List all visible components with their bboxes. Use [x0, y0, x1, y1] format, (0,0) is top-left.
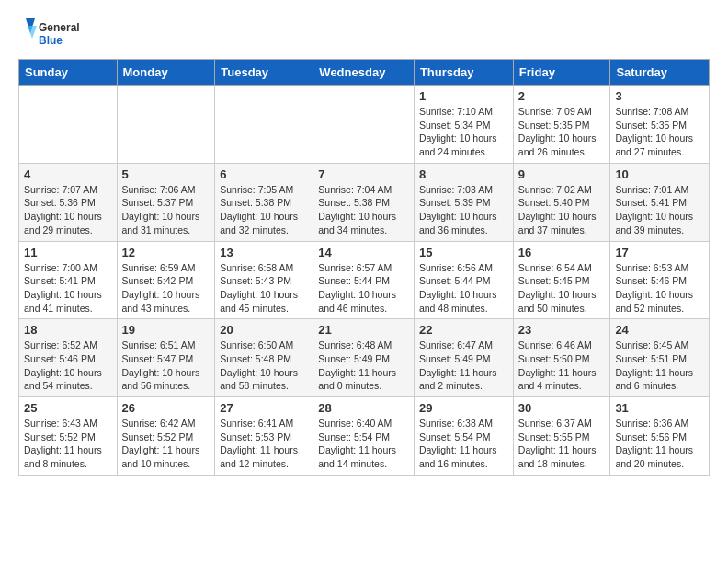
calendar-week-5: 25Sunrise: 6:43 AMSunset: 5:52 PMDayligh… — [19, 397, 710, 476]
calendar-cell: 15Sunrise: 6:56 AMSunset: 5:44 PMDayligh… — [414, 241, 513, 319]
day-number: 24 — [615, 323, 704, 337]
day-number: 20 — [220, 323, 308, 337]
day-number: 23 — [518, 323, 606, 337]
svg-text:Blue: Blue — [39, 34, 63, 47]
day-content: Sunrise: 6:43 AMSunset: 5:52 PMDaylight:… — [24, 417, 112, 471]
calendar-week-2: 4Sunrise: 7:07 AMSunset: 5:36 PMDaylight… — [19, 163, 710, 241]
header-saturday: Saturday — [610, 60, 710, 86]
day-content: Sunrise: 6:38 AMSunset: 5:54 PMDaylight:… — [419, 417, 508, 471]
day-number: 10 — [615, 167, 704, 181]
logo: General Blue — [18, 15, 101, 52]
header-tuesday: Tuesday — [215, 60, 313, 86]
calendar-cell: 16Sunrise: 6:54 AMSunset: 5:45 PMDayligh… — [513, 241, 610, 319]
calendar-cell: 7Sunrise: 7:04 AMSunset: 5:38 PMDaylight… — [313, 163, 415, 241]
calendar-cell: 3Sunrise: 7:08 AMSunset: 5:35 PMDaylight… — [610, 86, 710, 164]
day-number: 9 — [518, 167, 606, 181]
calendar-cell: 6Sunrise: 7:05 AMSunset: 5:38 PMDaylight… — [215, 163, 313, 241]
day-number: 29 — [419, 401, 508, 415]
day-number: 5 — [122, 167, 210, 181]
day-content: Sunrise: 6:56 AMSunset: 5:44 PMDaylight:… — [419, 261, 508, 316]
day-number: 8 — [419, 167, 508, 181]
day-content: Sunrise: 6:36 AMSunset: 5:56 PMDaylight:… — [615, 417, 704, 471]
calendar-cell: 22Sunrise: 6:47 AMSunset: 5:49 PMDayligh… — [414, 319, 513, 397]
day-content: Sunrise: 6:37 AMSunset: 5:55 PMDaylight:… — [518, 417, 606, 471]
day-content: Sunrise: 6:48 AMSunset: 5:49 PMDaylight:… — [318, 339, 409, 393]
day-number: 14 — [318, 246, 409, 259]
calendar-cell: 13Sunrise: 6:58 AMSunset: 5:43 PMDayligh… — [215, 241, 313, 319]
day-content: Sunrise: 7:09 AMSunset: 5:35 PMDaylight:… — [518, 105, 606, 159]
day-content: Sunrise: 6:47 AMSunset: 5:49 PMDaylight:… — [419, 339, 508, 393]
calendar-cell: 26Sunrise: 6:42 AMSunset: 5:52 PMDayligh… — [117, 397, 215, 476]
day-number: 6 — [220, 167, 308, 181]
calendar-cell: 10Sunrise: 7:01 AMSunset: 5:41 PMDayligh… — [610, 163, 710, 241]
header-thursday: Thursday — [414, 60, 513, 86]
day-content: Sunrise: 7:05 AMSunset: 5:38 PMDaylight:… — [220, 183, 308, 237]
day-content: Sunrise: 7:03 AMSunset: 5:39 PMDaylight:… — [419, 183, 508, 237]
day-number: 1 — [419, 89, 508, 103]
day-number: 25 — [24, 401, 112, 415]
day-content: Sunrise: 7:08 AMSunset: 5:35 PMDaylight:… — [615, 105, 704, 159]
header-wednesday: Wednesday — [313, 60, 415, 86]
calendar-table: SundayMondayTuesdayWednesdayThursdayFrid… — [18, 59, 710, 476]
day-number: 21 — [318, 323, 409, 337]
header-sunday: Sunday — [19, 60, 118, 86]
calendar-week-4: 18Sunrise: 6:52 AMSunset: 5:46 PMDayligh… — [19, 319, 710, 397]
day-content: Sunrise: 6:57 AMSunset: 5:44 PMDaylight:… — [318, 261, 409, 316]
calendar-cell — [215, 86, 313, 164]
day-content: Sunrise: 6:52 AMSunset: 5:46 PMDaylight:… — [24, 339, 112, 393]
day-number: 30 — [518, 401, 606, 415]
calendar-cell: 19Sunrise: 6:51 AMSunset: 5:47 PMDayligh… — [117, 319, 215, 397]
day-number: 2 — [518, 89, 606, 103]
calendar-cell: 2Sunrise: 7:09 AMSunset: 5:35 PMDaylight… — [513, 86, 610, 164]
day-number: 7 — [318, 167, 409, 181]
calendar-cell — [19, 86, 118, 164]
day-number: 26 — [122, 401, 210, 415]
day-content: Sunrise: 6:46 AMSunset: 5:50 PMDaylight:… — [518, 339, 606, 393]
calendar-week-1: 1Sunrise: 7:10 AMSunset: 5:34 PMDaylight… — [19, 86, 710, 164]
header-monday: Monday — [117, 60, 215, 86]
day-content: Sunrise: 6:50 AMSunset: 5:48 PMDaylight:… — [220, 339, 308, 393]
calendar-cell: 27Sunrise: 6:41 AMSunset: 5:53 PMDayligh… — [215, 397, 313, 476]
day-content: Sunrise: 6:45 AMSunset: 5:51 PMDaylight:… — [615, 339, 704, 393]
day-content: Sunrise: 7:07 AMSunset: 5:36 PMDaylight:… — [24, 183, 112, 237]
day-number: 11 — [24, 246, 112, 259]
day-content: Sunrise: 7:01 AMSunset: 5:41 PMDaylight:… — [615, 183, 704, 237]
day-content: Sunrise: 6:42 AMSunset: 5:52 PMDaylight:… — [122, 417, 210, 471]
day-content: Sunrise: 6:54 AMSunset: 5:45 PMDaylight:… — [518, 261, 606, 316]
calendar-cell: 11Sunrise: 7:00 AMSunset: 5:41 PMDayligh… — [19, 241, 118, 319]
calendar-cell: 20Sunrise: 6:50 AMSunset: 5:48 PMDayligh… — [215, 319, 313, 397]
day-content: Sunrise: 7:06 AMSunset: 5:37 PMDaylight:… — [122, 183, 210, 237]
calendar-cell: 25Sunrise: 6:43 AMSunset: 5:52 PMDayligh… — [19, 397, 118, 476]
day-content: Sunrise: 6:59 AMSunset: 5:42 PMDaylight:… — [122, 261, 210, 316]
day-number: 15 — [419, 246, 508, 259]
calendar-cell: 28Sunrise: 6:40 AMSunset: 5:54 PMDayligh… — [313, 397, 415, 476]
day-content: Sunrise: 6:40 AMSunset: 5:54 PMDaylight:… — [318, 417, 409, 471]
svg-marker-3 — [28, 26, 37, 39]
day-number: 3 — [615, 89, 704, 103]
day-number: 31 — [615, 401, 704, 415]
day-number: 13 — [220, 246, 308, 259]
day-number: 19 — [122, 323, 210, 337]
header-friday: Friday — [513, 60, 610, 86]
day-number: 4 — [24, 167, 112, 181]
day-content: Sunrise: 7:04 AMSunset: 5:38 PMDaylight:… — [318, 183, 409, 237]
calendar-week-3: 11Sunrise: 7:00 AMSunset: 5:41 PMDayligh… — [19, 241, 710, 319]
day-content: Sunrise: 6:58 AMSunset: 5:43 PMDaylight:… — [220, 261, 308, 316]
calendar-cell: 24Sunrise: 6:45 AMSunset: 5:51 PMDayligh… — [610, 319, 710, 397]
calendar-cell: 23Sunrise: 6:46 AMSunset: 5:50 PMDayligh… — [513, 319, 610, 397]
day-content: Sunrise: 7:02 AMSunset: 5:40 PMDaylight:… — [518, 183, 606, 237]
day-content: Sunrise: 6:51 AMSunset: 5:47 PMDaylight:… — [122, 339, 210, 393]
calendar-cell: 14Sunrise: 6:57 AMSunset: 5:44 PMDayligh… — [313, 241, 415, 319]
day-content: Sunrise: 6:53 AMSunset: 5:46 PMDaylight:… — [615, 261, 704, 316]
header: General Blue — [18, 15, 710, 52]
calendar-cell: 12Sunrise: 6:59 AMSunset: 5:42 PMDayligh… — [117, 241, 215, 319]
calendar-cell: 30Sunrise: 6:37 AMSunset: 5:55 PMDayligh… — [513, 397, 610, 476]
day-number: 12 — [122, 246, 210, 259]
day-number: 16 — [518, 246, 606, 259]
calendar-cell: 8Sunrise: 7:03 AMSunset: 5:39 PMDaylight… — [414, 163, 513, 241]
day-number: 18 — [24, 323, 112, 337]
day-content: Sunrise: 6:41 AMSunset: 5:53 PMDaylight:… — [220, 417, 308, 471]
calendar-cell: 18Sunrise: 6:52 AMSunset: 5:46 PMDayligh… — [19, 319, 118, 397]
calendar-header-row: SundayMondayTuesdayWednesdayThursdayFrid… — [19, 60, 710, 86]
calendar-cell: 4Sunrise: 7:07 AMSunset: 5:36 PMDaylight… — [19, 163, 118, 241]
